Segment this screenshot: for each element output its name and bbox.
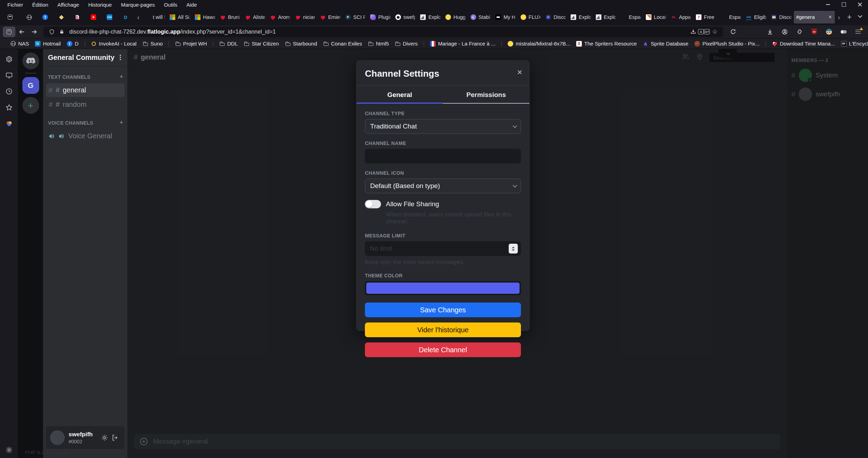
profile-colors-icon[interactable] (5, 120, 13, 129)
translate-icon[interactable]: A (698, 29, 704, 34)
server-icon-general-community[interactable]: G (22, 77, 39, 94)
voice-channel-item[interactable]: Voice General (46, 129, 125, 143)
channel-item[interactable]: # # general (46, 83, 125, 97)
tab[interactable]: Discor (543, 11, 568, 23)
active-tab[interactable]: #genera × (794, 11, 835, 23)
bookmark-item[interactable]: html5 (368, 41, 389, 47)
lock-icon[interactable] (57, 27, 66, 37)
tab-general[interactable]: General (357, 86, 443, 104)
scroll-tabs-left-icon[interactable]: ‹ (134, 14, 142, 21)
bookmark-item[interactable]: Starbound (285, 41, 317, 47)
url-bar[interactable]: discord-like-php-chat-7262.dev.flatlogic… (43, 27, 723, 37)
bookmark-item[interactable]: O Hotmail (35, 41, 61, 47)
translate-page-icon[interactable]: A? (704, 29, 710, 34)
delete-channel-button[interactable]: Delete Channel (365, 342, 521, 357)
ai-chatbot-icon[interactable] (5, 55, 13, 64)
add-voice-channel-icon[interactable]: + (119, 119, 123, 126)
tab[interactable]: FLUX.2 (518, 11, 543, 23)
save-changes-button[interactable]: Save Changes (365, 303, 521, 317)
bookmark-item[interactable]: Download Time Mana... (772, 41, 835, 47)
tab[interactable]: S. Stable (468, 11, 493, 23)
bookmark-item[interactable]: InvokeAI - Local (91, 41, 137, 47)
tab[interactable]: Explor (593, 11, 619, 23)
message-limit-input[interactable] (365, 241, 521, 256)
sidebar-settings-gear-icon[interactable] (0, 446, 18, 454)
user-settings-gear-icon[interactable] (99, 432, 110, 443)
tab[interactable]: Plugin (368, 11, 393, 23)
pinned-tab[interactable] (25, 11, 33, 23)
account-button[interactable] (778, 27, 791, 37)
firefox-view-button[interactable] (3, 11, 17, 23)
history-clock-icon[interactable] (5, 88, 13, 97)
tab-permissions[interactable]: Permissions (443, 86, 529, 104)
menu-item[interactable]: Marque-pages (117, 2, 160, 8)
tab[interactable]: All Siz (167, 11, 192, 23)
tab[interactable]: t will f (142, 11, 168, 23)
bookmark-item[interactable]: Star Citizen (244, 41, 279, 47)
ublock-extension-button[interactable]: U0 (808, 27, 820, 37)
bookmark-star-icon[interactable]: ☆ (710, 27, 720, 37)
downloads-button[interactable] (764, 27, 776, 37)
menu-item[interactable]: Historique (84, 2, 117, 8)
tab[interactable]: Espace clie (618, 11, 643, 23)
bookmark-item[interactable]: Mariage - La France à ... (430, 41, 495, 47)
save-page-icon[interactable] (688, 27, 698, 37)
new-tab-button[interactable]: + (843, 13, 856, 22)
tab[interactable]: niciara (292, 11, 318, 23)
channel-type-select[interactable]: Traditional Chat (365, 119, 521, 134)
bookmark-item[interactable]: Projet WH (175, 41, 207, 47)
bookmark-item[interactable]: Suno (142, 41, 163, 47)
minimize-icon[interactable] (820, 0, 836, 9)
menu-item[interactable]: Édition (28, 2, 53, 8)
channel-icon-select[interactable]: Default (Based on type) (365, 179, 521, 193)
bookmark-item[interactable]: DDL (219, 41, 238, 47)
tab[interactable]: Locati (643, 11, 669, 23)
tab[interactable]: P SCI RE (343, 11, 368, 23)
pinned-tab[interactable] (73, 11, 81, 23)
menu-item[interactable]: Affichage (53, 2, 84, 8)
tab[interactable]: f Free : (693, 11, 719, 23)
clear-history-button[interactable]: Vider l'historique (365, 322, 521, 337)
scroll-tabs-right-icon[interactable]: › (835, 14, 843, 21)
bookmarks-star-icon[interactable] (5, 104, 13, 113)
bookmark-item[interactable]: EF L'Encyclopédie Fantast... (841, 41, 868, 47)
tab[interactable]: ada Eligibi (743, 11, 769, 23)
menu-item[interactable]: Aide (182, 2, 202, 8)
tab[interactable]: SL Appar (668, 11, 693, 23)
tab[interactable]: Espace abo (719, 11, 744, 23)
tab[interactable]: Emie0 (318, 11, 343, 23)
number-stepper[interactable] (509, 244, 518, 254)
channel-item[interactable]: # # random (46, 98, 125, 111)
back-button[interactable] (15, 27, 28, 37)
tab-close-icon[interactable]: × (828, 14, 832, 20)
forward-button[interactable] (28, 27, 41, 37)
tab[interactable]: Explor (418, 11, 443, 23)
tracking-protection-shield-icon[interactable] (47, 27, 57, 37)
tab[interactable]: Hawai (192, 11, 218, 23)
file-sharing-toggle[interactable] (365, 200, 381, 208)
bookmark-item[interactable]: mistralai/Mixtral-8x7B... (508, 41, 570, 47)
maximize-icon[interactable] (836, 0, 852, 9)
tab[interactable]: swefpi (393, 11, 418, 23)
screen-share-icon[interactable] (5, 71, 13, 81)
tab[interactable]: Aromy (268, 11, 293, 23)
bookmark-item[interactable]: NAS (10, 41, 29, 47)
close-window-icon[interactable] (852, 0, 868, 9)
pinned-tab[interactable]: D (122, 11, 129, 23)
add-server-button[interactable]: + (22, 97, 39, 114)
tab[interactable]: Huggi (443, 11, 468, 23)
bookmark-item[interactable]: Sprite Database (643, 41, 689, 47)
app-menu-button[interactable] (852, 27, 865, 37)
tab[interactable]: Discor (769, 11, 794, 23)
extension-circles-button[interactable] (837, 27, 850, 37)
bookmark-item[interactable]: f D (67, 41, 79, 47)
list-all-tabs-icon[interactable] (858, 13, 862, 18)
logout-icon[interactable] (110, 432, 120, 443)
sidebar-toggle-button[interactable] (3, 27, 15, 37)
close-icon[interactable]: × (517, 68, 522, 77)
tab[interactable]: Explor (568, 11, 593, 23)
server-header[interactable]: General Community (43, 49, 127, 66)
bookmark-item[interactable]: Conan Exiles (323, 41, 362, 47)
pinned-tab[interactable]: DSM (106, 11, 113, 23)
bookmark-item[interactable]: S The Spriters Resource (576, 41, 637, 47)
